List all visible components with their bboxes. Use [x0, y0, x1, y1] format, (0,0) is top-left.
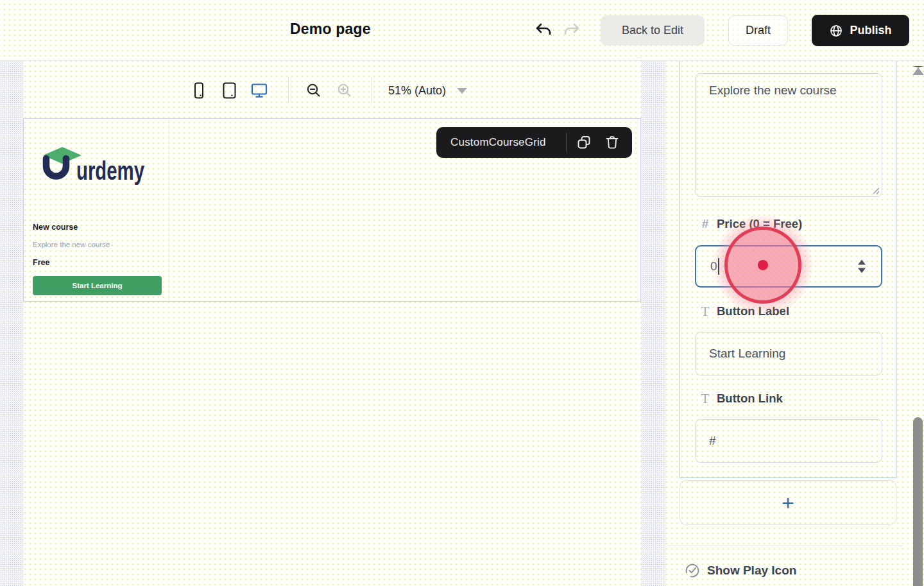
number-stepper[interactable]: [857, 259, 867, 275]
brand-logo: urdemy: [40, 146, 151, 187]
publish-button[interactable]: Publish: [812, 15, 909, 46]
duplicate-icon: [576, 134, 592, 151]
tablet-preview-button[interactable]: [220, 75, 238, 106]
price-input[interactable]: 0: [695, 245, 882, 288]
tablet-icon: [221, 81, 238, 100]
plus-icon: +: [782, 490, 794, 515]
undo-icon: [533, 19, 554, 40]
description-field-wrap: Explore the new course: [695, 73, 882, 197]
panel-section-divider: [667, 546, 902, 546]
selection-toolbar: CustomCourseGrid: [436, 127, 632, 158]
resize-handle-icon[interactable]: [872, 187, 880, 194]
button-label-field-label: T Button Label: [700, 303, 789, 320]
page-title: Demo page: [290, 21, 371, 38]
show-play-icon-toggle[interactable]: Show Play Icon: [684, 562, 796, 579]
canvas-right-gutter: [641, 61, 665, 586]
scrollbar-up-arrow[interactable]: [912, 66, 924, 75]
trash-icon: [604, 134, 620, 151]
redo-icon: [561, 19, 582, 40]
delete-button[interactable]: [604, 134, 620, 151]
publish-label: Publish: [850, 24, 891, 37]
stepper-down-icon: [858, 268, 866, 273]
selected-element-label: CustomCourseGrid: [436, 136, 566, 149]
frame-column-divider: [169, 119, 169, 301]
globe-icon: [829, 24, 843, 38]
zoom-in-button[interactable]: [336, 75, 354, 106]
chevron-down-icon: [457, 88, 467, 94]
mobile-icon: [191, 81, 207, 100]
device-toolbar: 51% (Auto): [0, 75, 667, 106]
check-circle-icon: [684, 562, 701, 579]
zoom-in-icon: [336, 82, 354, 99]
stepper-up-icon: [858, 260, 866, 265]
brand-logo-text: urdemy: [76, 157, 145, 185]
course-subtitle: Explore the new course: [33, 241, 110, 248]
desktop-preview-button[interactable]: [250, 75, 269, 106]
course-title: New course: [33, 223, 78, 232]
text-caret: [718, 258, 719, 275]
toolbar-divider: [371, 77, 372, 104]
zoom-level-dropdown[interactable]: 51% (Auto): [385, 75, 449, 106]
button-link-field-label: T Button Link: [700, 390, 783, 407]
zoom-level-label: 51% (Auto): [388, 84, 446, 98]
canvas-left-gutter: [0, 61, 24, 586]
text-field-icon: T: [700, 391, 710, 407]
zoom-out-icon: [305, 82, 323, 99]
number-field-icon: #: [700, 217, 710, 231]
back-to-edit-button[interactable]: Back to Edit: [601, 15, 705, 46]
desktop-icon: [250, 82, 269, 99]
button-label-input[interactable]: [695, 332, 882, 375]
duplicate-button[interactable]: [576, 134, 592, 151]
button-link-input[interactable]: [695, 419, 882, 463]
price-field-label: # Price (0 = Free): [700, 216, 802, 232]
zoom-out-button[interactable]: [305, 75, 323, 106]
top-header: Demo page Back to Edit Draft: [0, 0, 924, 61]
course-price: Free: [33, 258, 49, 267]
redo-button[interactable]: [561, 19, 582, 40]
toolbar-divider: [288, 77, 289, 104]
draft-button[interactable]: Draft: [728, 15, 788, 46]
text-field-icon: T: [700, 304, 710, 320]
start-learning-button[interactable]: Start Learning: [33, 276, 162, 295]
zoom-level-dropdown-arrow[interactable]: [456, 75, 468, 106]
inspector-item-group: Explore the new course # Price (0 = Free…: [680, 60, 896, 478]
mobile-preview-button[interactable]: [191, 75, 207, 106]
selection-toolbar-divider: [566, 133, 567, 152]
scrollbar-thumb[interactable]: [913, 417, 923, 586]
price-value: 0: [710, 259, 717, 273]
add-item-button[interactable]: +: [680, 480, 896, 525]
undo-button[interactable]: [533, 19, 554, 40]
description-textarea[interactable]: Explore the new course: [695, 73, 882, 197]
page-builder-app: Demo page Back to Edit Draft: [0, 0, 924, 586]
show-play-icon-label: Show Play Icon: [707, 564, 796, 578]
